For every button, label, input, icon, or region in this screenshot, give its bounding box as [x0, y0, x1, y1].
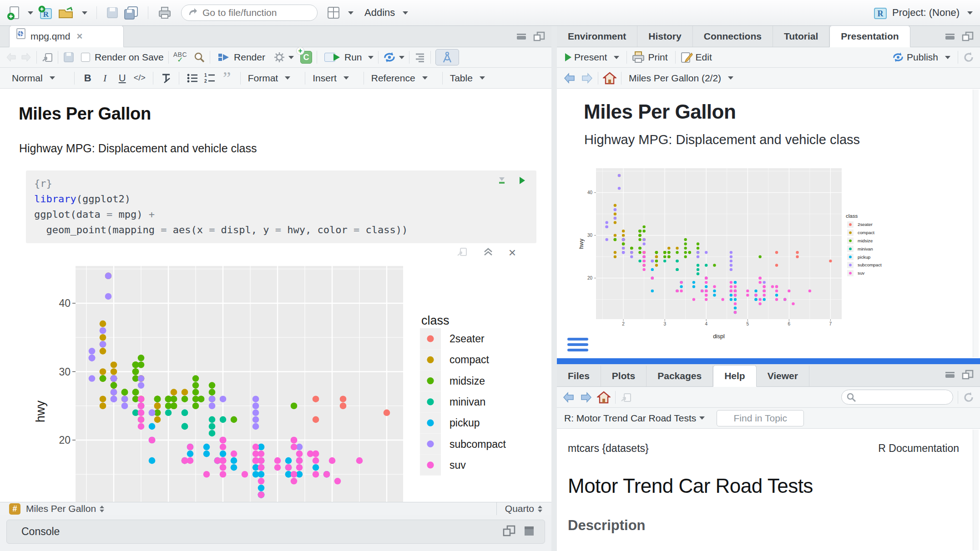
find-replace-icon[interactable] [193, 51, 205, 63]
tab-files[interactable]: Files [557, 366, 601, 386]
help-topic-menu[interactable]: R: Motor Trend Car Road Tests [564, 413, 696, 424]
help-forward-icon[interactable] [580, 391, 592, 403]
italic-button[interactable]: I [96, 72, 114, 84]
output-close-icon[interactable]: × [509, 248, 516, 257]
insert-menu[interactable]: Insert [310, 73, 352, 84]
render-on-save-checkbox[interactable] [81, 53, 90, 62]
bullet-list-icon[interactable] [184, 73, 201, 84]
clear-format-icon[interactable] [158, 73, 174, 84]
slide-menu-hamburger-icon[interactable] [567, 338, 588, 354]
minimize-pane-icon[interactable] [516, 31, 527, 43]
tab-plots[interactable]: Plots [601, 366, 647, 386]
slide-forward-icon[interactable] [581, 72, 593, 84]
presentation-print-icon[interactable] [631, 51, 645, 64]
console-pane-header[interactable]: Console [6, 520, 545, 544]
output-collapse-icon[interactable] [483, 247, 493, 258]
render-button[interactable]: Render [215, 52, 268, 63]
help-refresh-icon[interactable] [963, 391, 975, 403]
code-chunk[interactable]: {r} library(ggplot2) ggplot(data = mpg) … [26, 170, 536, 243]
reference-menu[interactable]: Reference [369, 73, 430, 84]
numbered-list-icon[interactable]: 12 [201, 73, 218, 84]
save-doc-icon[interactable] [63, 51, 75, 63]
presentation-refresh-icon[interactable] [963, 51, 975, 63]
tab-presentation[interactable]: Presentation [829, 25, 910, 47]
tab-history[interactable]: History [637, 26, 692, 47]
rb-minimize-icon[interactable] [945, 370, 955, 381]
open-file-caret[interactable] [82, 11, 87, 15]
new-file-caret[interactable] [28, 11, 33, 15]
tab-tutorial[interactable]: Tutorial [773, 26, 829, 47]
insert-chunk-icon[interactable]: C+ [300, 51, 312, 64]
open-file-icon[interactable] [58, 6, 74, 20]
back-icon[interactable] [5, 52, 17, 63]
help-scrollbar[interactable] [973, 430, 979, 550]
paragraph-style-select[interactable]: Normal [9, 73, 58, 84]
pane-splitter-horizontal[interactable] [557, 358, 980, 364]
save-all-icon[interactable] [123, 5, 139, 20]
help-topic-caret[interactable] [699, 416, 705, 420]
tab-packages[interactable]: Packages [647, 366, 713, 386]
code-format-button[interactable]: </> [131, 73, 148, 83]
slide-home-icon[interactable] [603, 72, 616, 85]
bold-button[interactable]: B [79, 72, 96, 84]
maximize-pane-icon[interactable] [533, 31, 545, 43]
tab-mpg-qmd[interactable]: mpg.qmd × [9, 25, 124, 47]
publish-button[interactable]: Publish [904, 52, 953, 63]
print-button[interactable]: Print [645, 52, 670, 63]
edit-button[interactable]: Edit [693, 52, 715, 63]
table-menu[interactable]: Table [447, 73, 488, 84]
pane-splitter-vertical[interactable] [551, 26, 557, 551]
run-caret[interactable] [368, 56, 374, 59]
section-picker[interactable]: Miles Per Gallon [26, 503, 96, 514]
present-button[interactable]: Present [571, 52, 622, 63]
blockquote-icon[interactable]: ” [218, 74, 236, 83]
find-in-topic-input[interactable]: Find in Topic [717, 410, 804, 426]
visual-editor-toggle[interactable] [435, 49, 459, 65]
underline-button[interactable]: U [114, 72, 131, 84]
presentation-scrollbar[interactable] [973, 90, 979, 357]
format-menu[interactable]: Format [245, 73, 293, 84]
help-back-icon[interactable] [562, 391, 575, 403]
outline-icon[interactable] [414, 52, 426, 62]
rt-maximize-icon[interactable] [962, 31, 974, 43]
popout-icon[interactable] [41, 52, 53, 63]
pane-layout-caret[interactable] [348, 11, 354, 15]
help-search-box[interactable] [841, 390, 953, 405]
console-maximize-icon[interactable] [524, 526, 535, 538]
render-options-gear-icon[interactable] [273, 51, 285, 63]
run-chunks-above-icon[interactable] [497, 176, 506, 187]
pane-layout-icon[interactable] [327, 6, 340, 20]
forward-icon[interactable] [20, 52, 32, 63]
run-button[interactable]: Run [322, 52, 365, 63]
section-updown-icon[interactable] [100, 506, 104, 512]
document-canvas[interactable]: Miles Per Gallon Highway MPG: Displaceme… [0, 89, 551, 502]
run-chunk-icon[interactable] [518, 176, 526, 187]
slide-location-menu[interactable]: Miles Per Gallon (2/2) [626, 73, 736, 84]
publish-icon[interactable] [892, 52, 904, 63]
present-play-icon[interactable] [565, 53, 571, 61]
console-popout-icon[interactable] [503, 525, 515, 539]
render-options-caret[interactable] [288, 56, 294, 59]
slide-back-icon[interactable] [563, 72, 576, 84]
goto-file-input[interactable] [202, 7, 307, 18]
project-menu[interactable]: Project: (None) [892, 7, 960, 19]
new-project-icon[interactable]: R [38, 5, 53, 20]
project-caret[interactable] [967, 11, 973, 15]
addins-caret[interactable] [403, 11, 408, 15]
new-file-icon[interactable] [7, 5, 20, 20]
tab-viewer[interactable]: Viewer [757, 366, 809, 386]
tab-environment[interactable]: Environment [557, 26, 637, 47]
help-home-icon[interactable] [597, 391, 611, 404]
rt-minimize-icon[interactable] [945, 31, 955, 43]
doc-mode-picker[interactable]: Quarto [505, 503, 534, 514]
output-popout-icon[interactable] [457, 247, 468, 259]
source-rerun-caret[interactable] [399, 56, 404, 59]
spellcheck-icon[interactable]: ABC ✓ [173, 52, 187, 62]
tab-connections[interactable]: Connections [693, 26, 773, 47]
help-popout-icon[interactable] [620, 392, 632, 403]
print-icon[interactable] [157, 6, 172, 20]
tab-help[interactable]: Help [713, 365, 757, 387]
save-icon[interactable] [106, 6, 119, 19]
mode-updown-icon[interactable] [538, 506, 542, 512]
goto-file-search[interactable] [181, 5, 318, 21]
